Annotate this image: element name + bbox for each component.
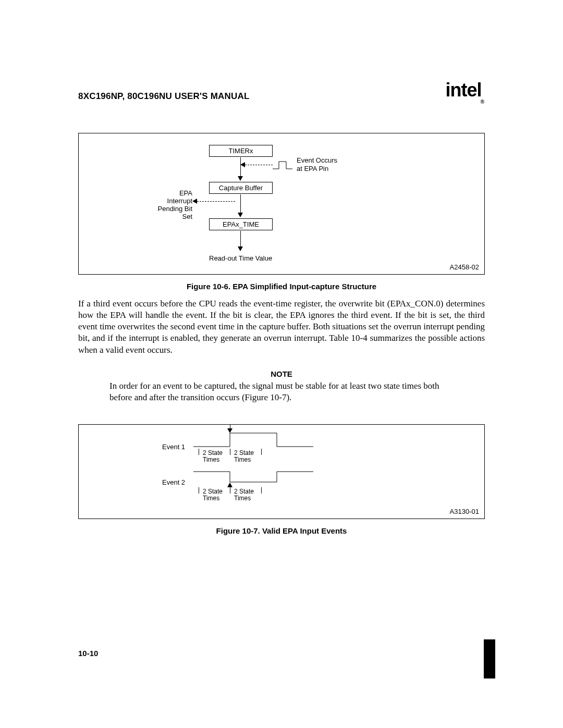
label-epa-l1: EPA <box>179 189 192 197</box>
wave-event1 <box>193 432 313 448</box>
label-readout: Read-out Time Value <box>209 254 272 262</box>
label-event-l2: at EPA Pin <box>297 165 328 172</box>
label-event-occurs: Event Occurs at EPA Pin <box>297 156 337 172</box>
note-body: In order for an event to be captured, th… <box>109 380 454 403</box>
wave-event2 <box>193 471 313 486</box>
figure-6-id: A2458-02 <box>450 263 479 271</box>
e1-st1-l1: 2 State <box>203 449 223 456</box>
label-epa-interrupt: EPA Interrupt Pending Bit Set <box>157 190 192 221</box>
label-event-l1: Event Occurs <box>297 156 337 164</box>
arrow-timer-to-capture <box>240 157 241 177</box>
block-timerx: TIMERx <box>209 145 273 157</box>
figure-7-caption: Figure 10-7. Valid EPA Input Events <box>78 526 485 535</box>
dashed-event-line <box>242 165 273 165</box>
arrowhead-event <box>240 162 245 167</box>
tick-e1-b <box>230 449 230 455</box>
page: 8XC196NP, 80C196NU USER'S MANUAL intel® … <box>0 0 563 728</box>
intel-logo-registered: ® <box>481 99 484 105</box>
label-epa-l4: Set <box>182 213 192 220</box>
arrow-capture-to-epax <box>240 194 241 214</box>
arrowhead-interrupt <box>192 199 197 204</box>
intel-logo-text: intel <box>446 79 482 101</box>
arrow-epax-to-readout <box>240 231 241 248</box>
arrowhead-2 <box>238 213 243 217</box>
tick-e2-b <box>230 487 230 493</box>
label-e1-st1: 2 State Times <box>203 450 223 463</box>
tick-e2-a <box>199 487 199 493</box>
label-event2: Event 2 <box>162 478 185 486</box>
note-heading: NOTE <box>78 369 485 378</box>
label-epa-l3: Pending Bit <box>158 205 193 213</box>
event-pulse-icon <box>273 161 293 171</box>
page-number: 10-10 <box>78 649 98 658</box>
label-event1: Event 1 <box>162 443 185 451</box>
figure-10-7: Event 1 2 State Times 2 State Times Even… <box>78 424 485 519</box>
page-header: 8XC196NP, 80C196NU USER'S MANUAL intel® <box>78 81 485 102</box>
e2-st1-l2: Times <box>203 495 219 502</box>
label-e1-st2: 2 State Times <box>234 450 254 463</box>
label-epa-l2: Interrupt <box>167 197 192 205</box>
corner-mark <box>484 639 495 678</box>
figure-10-6: TIMERx Capture Buffer EPAx_TIME Event Oc… <box>78 133 485 275</box>
tick-e2-c <box>261 487 262 493</box>
figure-7-id: A3130-01 <box>450 508 479 515</box>
e2-st2-l2: Times <box>234 495 251 502</box>
e1-st2-l1: 2 State <box>234 449 254 456</box>
tick-e1-a <box>199 449 199 455</box>
e1-st2-l2: Times <box>234 456 251 463</box>
arrowhead-event2 <box>227 483 232 487</box>
figure-6-caption: Figure 10-6. EPA Simplified Input-captur… <box>78 282 485 291</box>
label-e2-st2: 2 State Times <box>234 488 254 502</box>
e1-st1-l2: Times <box>203 456 219 463</box>
arrowhead-1 <box>238 176 243 181</box>
arrowhead-event1 <box>227 428 232 433</box>
e2-st1-l1: 2 State <box>203 488 223 495</box>
block-epax-time: EPAx_TIME <box>209 218 273 230</box>
tick-e1-c <box>261 449 262 455</box>
manual-title: 8XC196NP, 80C196NU USER'S MANUAL <box>78 91 250 102</box>
intel-logo: intel® <box>446 81 485 102</box>
e2-st2-l1: 2 State <box>234 488 254 495</box>
dashed-interrupt-line <box>194 201 235 202</box>
arrowhead-3 <box>238 246 243 251</box>
body-paragraph: If a third event occurs before the CPU r… <box>78 298 485 355</box>
label-e2-st1: 2 State Times <box>203 488 223 502</box>
block-capture-buffer: Capture Buffer <box>209 182 273 194</box>
